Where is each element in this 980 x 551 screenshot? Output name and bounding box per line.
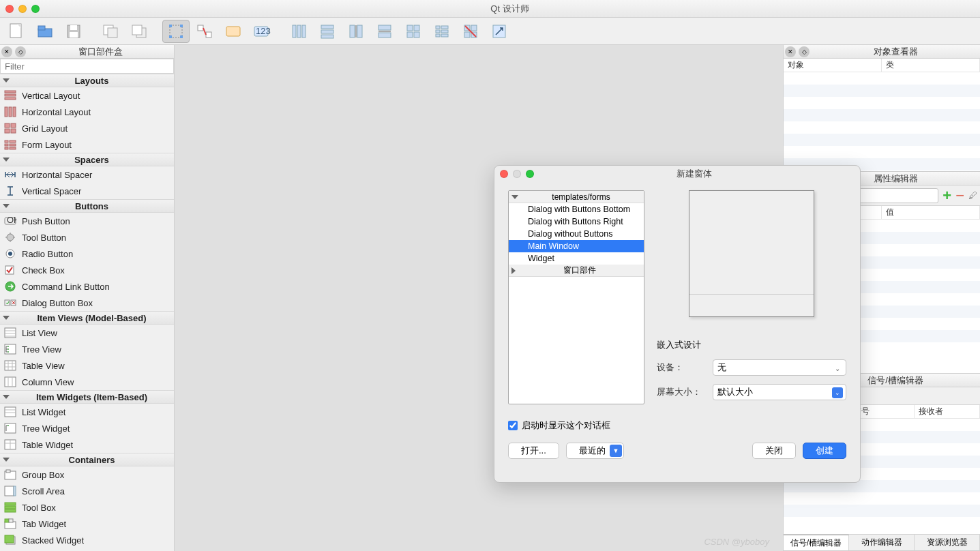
widget-item[interactable]: Grid Layout — [0, 120, 174, 136]
save-file-button[interactable] — [60, 20, 87, 43]
widget-item[interactable]: List View — [0, 325, 174, 341]
category-header[interactable]: Layouts — [0, 74, 174, 87]
widget-item[interactable]: Tree View — [0, 341, 174, 357]
recent-button[interactable]: 最近的▼ — [566, 443, 624, 459]
widget-item[interactable]: Stacked Widget — [0, 532, 174, 548]
checkbox-icon[interactable] — [508, 421, 518, 430]
send-to-back-button[interactable] — [97, 20, 124, 43]
widget-item[interactable]: Dialog Button Box — [0, 295, 174, 311]
dialog-minimize-icon — [513, 170, 521, 178]
template-item[interactable]: Main Window — [509, 240, 644, 252]
layout-form-button[interactable] — [428, 20, 456, 43]
widget-item[interactable]: Scroll Area — [0, 483, 174, 499]
template-item[interactable]: Dialog with Buttons Bottom — [509, 203, 644, 215]
widget-icon — [4, 169, 16, 180]
close-window-icon[interactable] — [5, 5, 14, 13]
widget-item[interactable]: Horizontal Layout — [0, 104, 174, 120]
widget-item[interactable]: Tree Widget — [0, 420, 174, 436]
category-header[interactable]: Spacers — [0, 153, 174, 166]
widget-label: Tool Box — [22, 503, 56, 513]
svg-rect-32 — [378, 33, 391, 38]
remove-property-icon[interactable]: − — [955, 187, 964, 205]
create-button[interactable]: 创建 — [803, 443, 846, 459]
edit-tab-order-button[interactable]: 123 — [248, 20, 276, 43]
template-item[interactable]: Widget — [509, 252, 644, 265]
layout-vert-splitter-button[interactable] — [371, 20, 398, 43]
widget-item[interactable]: Group Box — [0, 466, 174, 483]
edit-signals-button[interactable] — [191, 20, 218, 43]
widget-label: Table View — [22, 361, 65, 371]
main-area: ✕ ◇ 窗口部件盒 LayoutsVertical LayoutHorizont… — [0, 45, 980, 551]
layout-horizontal-button[interactable] — [285, 20, 312, 43]
value-column[interactable]: 值 — [882, 206, 980, 219]
template-item[interactable]: Dialog with Buttons Right — [509, 215, 644, 228]
template-item[interactable]: Dialog without Buttons — [509, 228, 644, 240]
category-header[interactable]: Buttons — [0, 199, 174, 213]
widget-item[interactable]: OKPush Button — [0, 213, 174, 229]
widget-item[interactable]: Column View — [0, 374, 174, 390]
layout-grid-button[interactable] — [400, 20, 427, 43]
widget-item[interactable]: Horizontal Spacer — [0, 166, 174, 183]
widget-item[interactable]: List Widget — [0, 404, 174, 420]
maximize-window-icon[interactable] — [31, 5, 40, 13]
tab-resource-browser[interactable]: 资源浏览器 — [915, 535, 980, 550]
dialog-maximize-icon[interactable] — [526, 170, 534, 178]
configure-icon[interactable]: 🖊 — [968, 190, 977, 200]
category-header[interactable]: Item Views (Model-Based) — [0, 311, 174, 325]
category-header[interactable]: Item Widgets (Item-Based) — [0, 390, 174, 404]
svg-rect-53 — [5, 107, 8, 117]
open-button[interactable]: 打开... — [508, 443, 559, 459]
svg-rect-23 — [297, 25, 301, 38]
panel-float-icon[interactable]: ◇ — [799, 46, 810, 57]
widget-item[interactable]: Command Link Button — [0, 278, 174, 295]
widget-item[interactable]: Vertical Spacer — [0, 183, 174, 199]
dialog-close-icon[interactable] — [500, 170, 508, 178]
widget-box-title: 窗口部件盒 — [27, 46, 174, 58]
panel-close-icon[interactable]: ✕ — [1, 46, 12, 57]
templates-forms-header[interactable]: templates/forms — [509, 191, 644, 203]
object-column[interactable]: 对象 — [784, 59, 882, 72]
widget-filter-input[interactable] — [0, 59, 174, 74]
close-button[interactable]: 关闭 — [752, 443, 796, 459]
widget-item[interactable]: Form Layout — [0, 136, 174, 153]
edit-widgets-button[interactable] — [162, 20, 190, 43]
class-column[interactable]: 类 — [882, 59, 980, 72]
open-file-button[interactable] — [31, 20, 59, 43]
edit-buddies-button[interactable] — [220, 20, 247, 43]
tab-signal-slot[interactable]: 信号/槽编辑器 — [784, 535, 849, 550]
category-header[interactable]: Containers — [0, 453, 174, 466]
widget-item[interactable]: Radio Button — [0, 245, 174, 262]
widgets-category-header[interactable]: 窗口部件 — [509, 265, 644, 277]
bring-to-front-button[interactable] — [125, 20, 153, 43]
add-property-icon[interactable]: + — [942, 187, 951, 205]
widget-icon — [4, 344, 16, 355]
template-list[interactable]: templates/forms Dialog with Buttons Bott… — [508, 190, 644, 404]
screen-size-combo[interactable]: 默认大小⌄ — [713, 384, 846, 400]
widget-item[interactable]: Tool Button — [0, 229, 174, 245]
widget-icon — [4, 518, 16, 529]
widget-item[interactable]: Tool Box — [0, 499, 174, 516]
widget-item[interactable]: Tab Widget — [0, 516, 174, 532]
svg-rect-19 — [226, 27, 240, 36]
widget-item[interactable]: Check Box — [0, 262, 174, 278]
new-file-button[interactable] — [3, 20, 30, 43]
form-preview — [689, 190, 814, 317]
receiver-column[interactable]: 接收者 — [915, 405, 980, 418]
break-layout-button[interactable] — [457, 20, 484, 43]
panel-close-icon[interactable]: ✕ — [785, 46, 796, 57]
widget-icon — [4, 185, 16, 196]
adjust-size-button[interactable] — [486, 20, 513, 43]
show-on-startup-checkbox[interactable]: 启动时显示这个对话框 — [508, 419, 846, 432]
widget-box-panel: ✕ ◇ 窗口部件盒 LayoutsVertical LayoutHorizont… — [0, 45, 175, 551]
svg-text:123: 123 — [256, 26, 271, 36]
layout-horiz-splitter-button[interactable] — [342, 20, 370, 43]
widget-item[interactable]: Table Widget — [0, 436, 174, 453]
tab-action-editor[interactable]: 动作编辑器 — [849, 535, 915, 550]
widget-item[interactable]: Vertical Layout — [0, 87, 174, 104]
minimize-window-icon[interactable] — [18, 5, 27, 13]
device-combo[interactable]: 无⌄ — [713, 359, 846, 376]
panel-float-icon[interactable]: ◇ — [15, 46, 26, 57]
widget-icon — [4, 535, 16, 546]
widget-item[interactable]: Table View — [0, 357, 174, 374]
layout-vertical-button[interactable] — [314, 20, 341, 43]
